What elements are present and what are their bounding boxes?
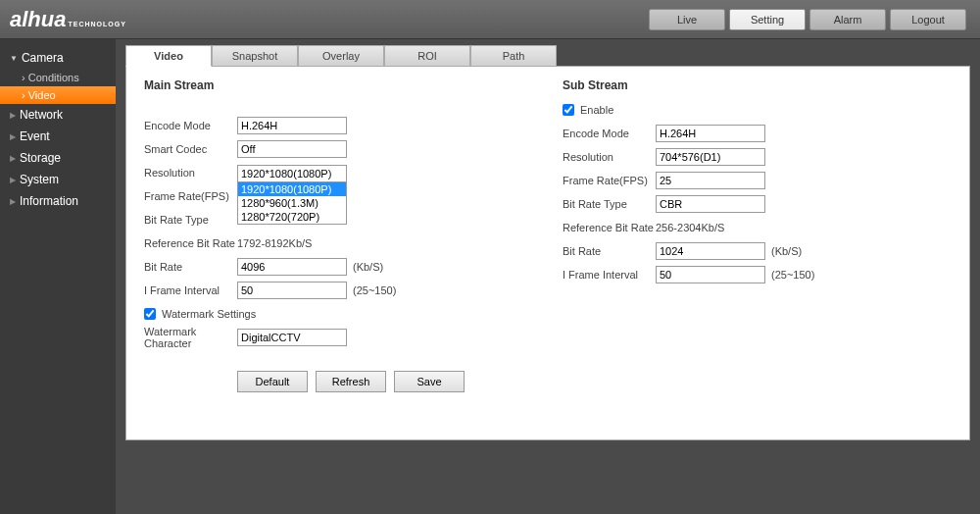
main-encode-select[interactable]: H.264H [237, 117, 347, 134]
sub-fps-select[interactable]: 25 [656, 172, 765, 189]
nav-setting[interactable]: Setting [729, 9, 806, 30]
main-bitrate-select[interactable]: 4096 [237, 258, 347, 276]
sidebar-video[interactable]: Video [0, 86, 116, 104]
sub-bitrate-select[interactable]: 1024 [656, 242, 765, 260]
brand-logo: alhua TECHNOLOGY [10, 7, 126, 32]
nav-alarm[interactable]: Alarm [809, 9, 886, 30]
tab-roi[interactable]: ROI [384, 45, 470, 67]
sub-refbitrate-label: Reference Bit Rate [563, 222, 656, 233]
main-iframe-hint: (25~150) [353, 284, 396, 296]
top-bar: alhua TECHNOLOGY Live Setting Alarm Logo… [0, 0, 980, 39]
chevron-right-icon: ▶ [10, 197, 16, 206]
sidebar-event[interactable]: ▶Event [0, 126, 116, 147]
main-resolution-dropdown: 1920*1080(1080P) 1280*960(1.3M) 1280*720… [237, 181, 347, 225]
sub-enable-checkbox[interactable] [563, 104, 574, 116]
top-nav: Live Setting Alarm Logout [649, 9, 970, 30]
sub-iframe-hint: (25~150) [771, 269, 814, 281]
main-encode-label: Encode Mode [144, 120, 237, 131]
watermark-char-label: Watermark Character [144, 326, 237, 349]
main-resolution-label: Resolution [144, 167, 237, 179]
main-resolution-select[interactable]: 1920*1080(1080P) [237, 165, 347, 182]
sub-enable-label: Enable [580, 104, 613, 116]
sub-stream-column: Sub Stream Enable Encode ModeH.264H Reso… [563, 78, 952, 392]
brand-name: alhua [10, 7, 66, 32]
main-iframe-input[interactable] [237, 282, 347, 299]
main-stream-column: Main Stream Encode ModeH.264H Smart Code… [144, 78, 533, 392]
main-iframe-label: I Frame Interval [144, 284, 237, 296]
settings-panel: Main Stream Encode ModeH.264H Smart Code… [125, 66, 970, 440]
tab-video[interactable]: Video [125, 45, 212, 67]
main-fps-label: Frame Rate(FPS) [144, 190, 237, 202]
tab-path[interactable]: Path [470, 45, 557, 67]
main-stream-title: Main Stream [144, 78, 533, 92]
tab-snapshot[interactable]: Snapshot [212, 45, 298, 67]
tab-overlay[interactable]: Overlay [298, 45, 384, 67]
brand-sub: TECHNOLOGY [68, 21, 125, 27]
chevron-down-icon: ▼ [10, 54, 18, 63]
chevron-right-icon: ▶ [10, 176, 16, 184]
content-area: Video Snapshot Overlay ROI Path Main Str… [116, 39, 980, 514]
chevron-right-icon: ▶ [10, 132, 16, 141]
main-smartcodec-select[interactable]: Off [237, 140, 347, 158]
sub-stream-title: Sub Stream [563, 78, 952, 92]
save-button[interactable]: Save [394, 371, 465, 392]
watermark-checkbox[interactable] [144, 308, 156, 320]
watermark-char-input[interactable] [237, 329, 347, 346]
sub-encode-select[interactable]: H.264H [656, 125, 765, 142]
refresh-button[interactable]: Refresh [316, 371, 386, 392]
watermark-label: Watermark Settings [162, 308, 256, 320]
nav-live[interactable]: Live [649, 9, 725, 30]
sub-iframe-input[interactable] [656, 266, 765, 283]
sub-bitrate-label: Bit Rate [563, 245, 656, 257]
sidebar-conditions[interactable]: Conditions [0, 69, 116, 86]
resolution-option[interactable]: 1280*960(1.3M) [238, 196, 346, 210]
sub-iframe-label: I Frame Interval [563, 269, 656, 281]
resolution-option[interactable]: 1920*1080(1080P) [238, 182, 346, 196]
sub-bitratetype-label: Bit Rate Type [563, 198, 656, 210]
sidebar-system[interactable]: ▶System [0, 169, 116, 190]
sidebar-network[interactable]: ▶Network [0, 104, 116, 126]
sub-bitratetype-select[interactable]: CBR [656, 195, 765, 213]
sub-encode-label: Encode Mode [563, 128, 656, 139]
sub-resolution-select[interactable]: 704*576(D1) [656, 148, 765, 166]
sidebar-information[interactable]: ▶Information [0, 190, 116, 212]
main-refbitrate-value: 1792-8192Kb/S [237, 237, 312, 249]
sidebar-storage[interactable]: ▶Storage [0, 147, 116, 169]
tab-bar: Video Snapshot Overlay ROI Path [125, 45, 970, 67]
main-bitrate-label: Bit Rate [144, 261, 237, 273]
nav-logout[interactable]: Logout [890, 9, 966, 30]
sub-bitrate-unit: (Kb/S) [771, 245, 802, 257]
default-button[interactable]: Default [237, 371, 308, 392]
sub-fps-label: Frame Rate(FPS) [563, 175, 656, 186]
sidebar: ▼Camera Conditions Video ▶Network ▶Event… [0, 39, 116, 514]
chevron-right-icon: ▶ [10, 154, 16, 163]
chevron-right-icon: ▶ [10, 111, 16, 120]
main-bitratetype-label: Bit Rate Type [144, 214, 237, 226]
sub-refbitrate-value: 256-2304Kb/S [656, 222, 724, 233]
main-refbitrate-label: Reference Bit Rate [144, 237, 237, 249]
main-smartcodec-label: Smart Codec [144, 143, 237, 155]
main-bitrate-unit: (Kb/S) [353, 261, 383, 273]
sidebar-camera[interactable]: ▼Camera [0, 47, 116, 69]
sub-resolution-label: Resolution [563, 151, 656, 163]
resolution-option[interactable]: 1280*720(720P) [238, 210, 346, 224]
